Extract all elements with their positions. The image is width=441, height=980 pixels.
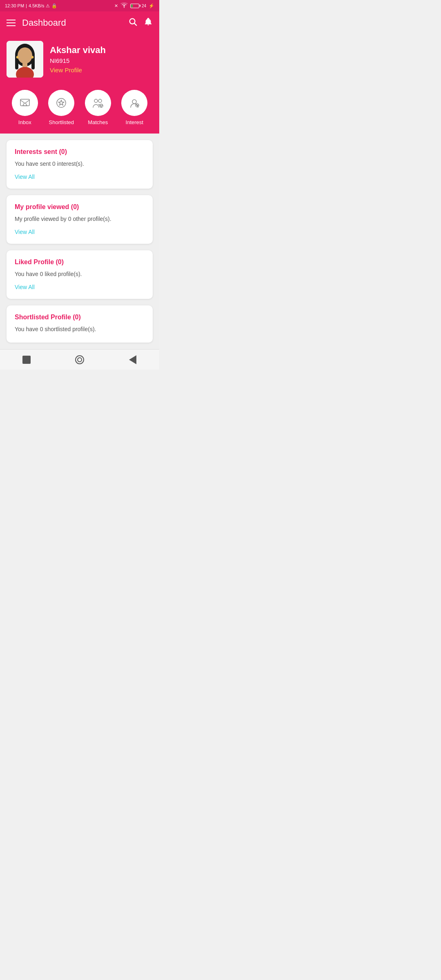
profile-viewed-link[interactable]: View All — [15, 229, 35, 235]
wifi-icon — [120, 2, 128, 9]
circle-button[interactable] — [72, 352, 87, 367]
interests-sent-card: Interests sent (0) You have sent 0 inter… — [7, 140, 153, 189]
navigation-bar — [0, 349, 159, 370]
status-left: 12:30 PM | 4.5KB/s ⚠ 🔒 — [5, 3, 57, 9]
svg-rect-7 — [22, 62, 27, 67]
content-area: Interests sent (0) You have sent 0 inter… — [0, 134, 159, 349]
profile-viewed-title: My profile viewed (0) — [15, 203, 145, 211]
status-right: ✕ 24 ⚡ — [114, 2, 154, 9]
profile-info: Akshar vivah NI6915 View Profile — [50, 45, 106, 74]
profile-viewed-desc: My profile viewed by 0 other profile(s). — [15, 215, 145, 223]
header-icons — [128, 17, 153, 29]
battery-icon — [130, 4, 139, 8]
svg-line-12 — [23, 103, 24, 106]
svg-point-6 — [18, 47, 32, 64]
liked-profile-link[interactable]: View All — [15, 284, 35, 290]
interests-sent-desc: You have sent 0 interest(s). — [15, 160, 145, 168]
interests-sent-title: Interests sent (0) — [15, 148, 145, 156]
action-matches[interactable]: Matches — [85, 90, 111, 125]
shortlisted-label: Shortlisted — [49, 119, 74, 125]
svg-line-13 — [26, 103, 27, 106]
profile-id: NI6915 — [50, 57, 106, 64]
interests-sent-link[interactable]: View All — [15, 174, 35, 180]
shortlisted-profile-card: Shortlisted Profile (0) You have 0 short… — [7, 305, 153, 343]
shortlisted-circle — [48, 90, 74, 116]
network-speed-value: 4.5KB/s — [29, 3, 45, 8]
profile-viewed-card: My profile viewed (0) My profile viewed … — [7, 195, 153, 244]
svg-point-10 — [31, 56, 33, 58]
warning-icon: ⚠ — [46, 3, 50, 9]
close-icon: ✕ — [114, 3, 118, 9]
svg-rect-11 — [20, 99, 29, 106]
time-display: 12:30 PM — [5, 3, 24, 8]
page-title: Dashboard — [22, 18, 128, 28]
inbox-label: Inbox — [18, 119, 31, 125]
menu-button[interactable] — [7, 20, 16, 26]
view-profile-link[interactable]: View Profile — [50, 67, 82, 74]
inbox-circle — [12, 90, 38, 116]
matches-label: Matches — [88, 119, 108, 125]
interest-circle — [121, 90, 147, 116]
header: Dashboard — [0, 11, 159, 34]
home-button[interactable] — [19, 352, 34, 367]
interest-label: Interest — [126, 119, 143, 125]
profile-name: Akshar vivah — [50, 45, 106, 56]
svg-point-18 — [98, 99, 102, 102]
notification-button[interactable] — [144, 17, 153, 29]
status-bar: 12:30 PM | 4.5KB/s ⚠ 🔒 ✕ 24 ⚡ — [0, 0, 159, 11]
action-inbox[interactable]: Inbox — [12, 90, 38, 125]
svg-point-17 — [94, 99, 98, 102]
shortlisted-profile-title: Shortlisted Profile (0) — [15, 314, 145, 321]
search-button[interactable] — [128, 17, 137, 29]
matches-circle — [85, 90, 111, 116]
avatar — [7, 41, 43, 78]
svg-marker-16 — [58, 100, 64, 105]
charging-icon: ⚡ — [149, 3, 154, 9]
battery-percent: 24 — [142, 4, 146, 8]
network-speed: | — [26, 3, 27, 8]
liked-profile-title: Liked Profile (0) — [15, 258, 145, 266]
sim-icon: 🔒 — [51, 3, 57, 9]
quick-actions: Inbox Shortlisted Matches — [0, 90, 159, 134]
back-button[interactable] — [125, 352, 140, 367]
svg-line-1 — [134, 23, 136, 25]
action-shortlisted[interactable]: Shortlisted — [48, 90, 74, 125]
liked-profile-card: Liked Profile (0) You have 0 liked profi… — [7, 250, 153, 299]
svg-point-9 — [16, 56, 19, 58]
profile-section: Akshar vivah NI6915 View Profile — [0, 34, 159, 90]
action-interest[interactable]: Interest — [121, 90, 147, 125]
liked-profile-desc: You have 0 liked profile(s). — [15, 270, 145, 278]
shortlisted-profile-desc: You have 0 shortlisted profile(s). — [15, 325, 145, 334]
svg-point-20 — [132, 100, 136, 104]
